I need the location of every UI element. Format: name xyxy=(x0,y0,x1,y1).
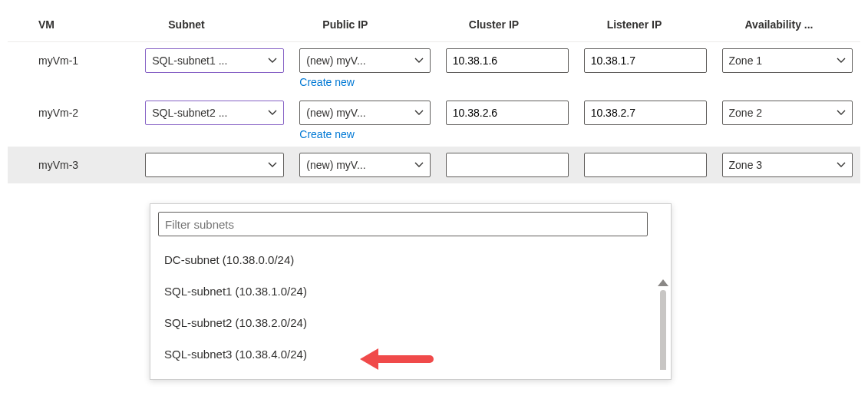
chevron-down-icon xyxy=(414,160,424,170)
column-header-cluster-ip: Cluster IP xyxy=(438,8,576,42)
chevron-down-icon xyxy=(268,56,277,65)
chevron-down-icon xyxy=(414,108,424,117)
table-row: myVm-2 SQL-subnet2 ... (new) myV... Crea… xyxy=(8,94,860,147)
chevron-down-icon xyxy=(268,160,277,170)
chevron-down-icon xyxy=(268,108,277,117)
availability-dropdown[interactable]: Zone 1 xyxy=(722,48,853,73)
column-header-subnet: Subnet xyxy=(137,8,292,42)
subnet-dropdown[interactable]: SQL-subnet1 ... xyxy=(145,48,284,73)
chevron-down-icon xyxy=(837,160,846,170)
availability-dropdown[interactable]: Zone 3 xyxy=(722,153,853,177)
public-ip-dropdown[interactable]: (new) myV... xyxy=(299,48,430,73)
vm-name-cell: myVm-2 xyxy=(8,94,137,147)
cluster-ip-input[interactable] xyxy=(446,48,569,73)
listener-ip-input[interactable] xyxy=(584,48,707,73)
availability-dropdown[interactable]: Zone 2 xyxy=(722,101,853,125)
vm-configuration-table: VM Subnet Public IP Cluster IP Listener … xyxy=(8,8,860,183)
create-new-link[interactable]: Create new xyxy=(299,128,355,140)
listener-ip-input[interactable] xyxy=(584,153,707,177)
column-header-listener-ip: Listener IP xyxy=(576,8,715,42)
cluster-ip-input[interactable] xyxy=(446,153,569,177)
table-row: myVm-1 SQL-subnet1 ... (new) myV... Crea… xyxy=(8,42,860,95)
chevron-down-icon xyxy=(414,56,424,65)
create-new-link[interactable]: Create new xyxy=(299,76,355,88)
public-ip-dropdown[interactable]: (new) myV... xyxy=(299,101,430,125)
cluster-ip-input[interactable] xyxy=(446,101,569,125)
subnet-dropdown[interactable] xyxy=(145,153,284,177)
public-ip-dropdown[interactable]: (new) myV... xyxy=(299,153,430,177)
chevron-down-icon xyxy=(837,108,846,117)
vm-name-cell: myVm-3 xyxy=(8,147,137,183)
chevron-down-icon xyxy=(837,56,846,65)
column-header-public-ip: Public IP xyxy=(292,8,437,42)
table-row: myVm-3 (new) myV... xyxy=(8,147,860,183)
column-header-vm: VM xyxy=(8,8,137,42)
listener-ip-input[interactable] xyxy=(584,101,707,125)
vm-name-cell: myVm-1 xyxy=(8,42,137,95)
subnet-dropdown[interactable]: SQL-subnet2 ... xyxy=(145,101,284,125)
column-header-availability: Availability ... xyxy=(715,8,860,42)
